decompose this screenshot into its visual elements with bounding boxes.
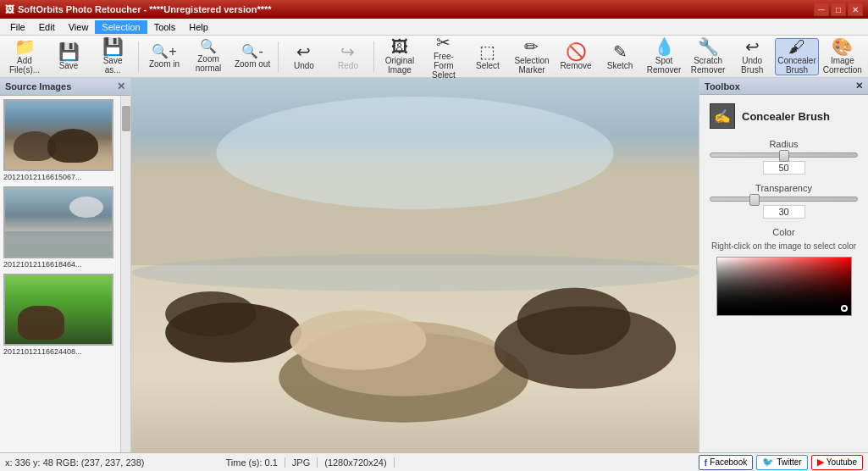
color-hint: Right-click on the image to select color <box>710 241 858 252</box>
undo-brush-button[interactable]: ↩ Undo Brush <box>731 38 773 75</box>
separator-2 <box>278 42 279 72</box>
menu-selection[interactable]: Selection <box>95 20 147 34</box>
facebook-button[interactable]: f Facebook <box>699 455 754 470</box>
save-as-icon: 💾 <box>102 38 124 55</box>
menu-bar: File Edit View Selection Tools Help <box>0 19 868 36</box>
facebook-label: Facebook <box>710 457 747 467</box>
zoom-out-icon: 🔍- <box>241 45 263 58</box>
add-files-label: Add File(s)... <box>6 56 43 75</box>
scrollbar-thumb[interactable] <box>122 106 130 131</box>
selection-marker-button[interactable]: ✏ Selection Marker <box>511 38 553 75</box>
remove-label: Remove <box>560 61 591 70</box>
source-panel-close[interactable]: ✕ <box>117 80 125 92</box>
svg-point-1 <box>217 97 614 209</box>
status-format-text: JPG <box>292 457 310 468</box>
source-filename-3: 20121012116624408... <box>3 347 127 356</box>
zoom-out-button[interactable]: 🔍- Zoom out <box>231 38 274 75</box>
radius-label: Radius <box>710 139 858 149</box>
redo-icon: ↪ <box>340 43 355 60</box>
scratch-remover-button[interactable]: 🔧 Scratch Remover <box>687 38 729 75</box>
save-icon: 💾 <box>58 43 80 60</box>
image-correction-button[interactable]: 🎨 Image Correction <box>821 38 865 75</box>
svg-point-7 <box>290 310 427 370</box>
toolbox-panel: Toolbox ✕ ✍ Concealer Brush Radius 50 Tr… <box>699 78 868 452</box>
sketch-icon: ✎ <box>613 43 628 60</box>
transparency-thumb[interactable] <box>749 194 760 206</box>
transparency-slider-container: Transparency 30 <box>710 183 858 219</box>
radius-value: 50 <box>763 161 805 175</box>
status-dimensions-text: (1280x720x24) <box>324 457 386 468</box>
spot-remover-icon: 💧 <box>654 38 675 55</box>
toolbox-close[interactable]: ✕ <box>855 80 863 91</box>
main-layout: Source Images ✕ 20121012116615067... <box>0 78 868 452</box>
menu-view[interactable]: View <box>62 20 96 34</box>
youtube-button[interactable]: ▶ Youtube <box>811 455 863 470</box>
minimize-button[interactable]: ─ <box>814 3 829 16</box>
source-item-1[interactable]: 20121012116615067... <box>3 99 127 181</box>
original-image-icon: 🖼 <box>391 38 408 55</box>
status-time: Time (s): 0.1 <box>218 457 285 468</box>
source-scrollbar[interactable] <box>120 96 130 452</box>
toolbox-tool-header: ✍ Concealer Brush <box>710 103 858 129</box>
source-item-2[interactable]: 20121012116618464... <box>3 186 127 269</box>
selection-marker-label: Selection Marker <box>513 56 550 75</box>
source-filename-1: 20121012116615067... <box>3 173 127 181</box>
undo-button[interactable]: ↩ Undo <box>283 38 325 75</box>
transparency-track[interactable] <box>710 197 858 202</box>
status-coords: x: 336 y: 48 RGB: (237, 237, 238) <box>5 457 144 468</box>
twitter-label: Twitter <box>777 457 801 467</box>
radius-thumb[interactable] <box>779 150 789 162</box>
status-format: JPG <box>285 457 318 468</box>
toolbox-title: Toolbox <box>705 81 740 91</box>
radius-track[interactable] <box>710 152 858 158</box>
zoom-normal-label: Zoom normal <box>190 54 227 73</box>
remove-button[interactable]: 🚫 Remove <box>555 38 597 75</box>
redo-button[interactable]: ↪ Redo <box>327 38 369 75</box>
sketch-button[interactable]: ✎ Sketch <box>599 38 641 75</box>
close-button[interactable]: ✕ <box>848 3 863 16</box>
add-files-button[interactable]: 📁 Add File(s)... <box>3 38 46 75</box>
zoom-out-label: Zoom out <box>235 59 270 69</box>
color-picker[interactable] <box>716 257 852 316</box>
source-list[interactable]: 20121012116615067... 20121012116618464..… <box>0 96 130 452</box>
source-filename-2: 20121012116618464... <box>3 260 127 269</box>
remove-icon: 🚫 <box>566 43 587 60</box>
original-image-button[interactable]: 🖼 Original Image <box>379 38 421 75</box>
menu-file[interactable]: File <box>3 20 32 34</box>
source-item-3[interactable]: 20121012116624408... <box>3 274 127 356</box>
status-bar: x: 336 y: 48 RGB: (237, 237, 238) Time (… <box>0 452 868 471</box>
source-panel-title: Source Images <box>5 81 71 91</box>
select-button[interactable]: ⬚ Select <box>467 38 509 75</box>
color-cursor <box>841 305 848 312</box>
twitter-icon: 🐦 <box>762 457 774 468</box>
concealer-brush-button[interactable]: 🖌 Concealer Brush <box>775 38 819 75</box>
spot-remover-button[interactable]: 💧 Spot Remover <box>643 38 685 75</box>
save-button[interactable]: 💾 Save <box>47 38 90 75</box>
menu-tools[interactable]: Tools <box>147 20 183 34</box>
twitter-button[interactable]: 🐦 Twitter <box>756 455 807 470</box>
status-dimensions: (1280x720x24) <box>318 457 394 468</box>
concealer-brush-icon: 🖌 <box>788 38 805 55</box>
select-label: Select <box>476 61 500 70</box>
free-form-select-icon: ✂ <box>436 34 451 51</box>
facebook-icon: f <box>705 457 708 468</box>
select-icon: ⬚ <box>479 43 495 60</box>
transparency-label: Transparency <box>710 183 858 193</box>
undo-brush-icon: ↩ <box>745 38 760 55</box>
status-time-text: Time (s): 0.1 <box>225 457 277 468</box>
zoom-normal-button[interactable]: 🔍 Zoom normal <box>187 38 229 75</box>
menu-help[interactable]: Help <box>182 20 215 34</box>
free-form-select-button[interactable]: ✂ Free-Form Select <box>423 38 465 75</box>
maximize-button[interactable]: □ <box>831 3 846 16</box>
app-title: SoftOrbits Photo Retoucher - ****Unregis… <box>18 4 272 14</box>
free-form-select-label: Free-Form Select <box>425 52 462 80</box>
zoom-in-button[interactable]: 🔍+ Zoom in <box>143 38 185 75</box>
color-section: Color Right-click on the image to select… <box>710 227 858 316</box>
canvas-area[interactable] <box>131 78 699 452</box>
save-as-label: Save as... <box>94 56 131 75</box>
save-label: Save <box>59 61 79 70</box>
save-as-button[interactable]: 💾 Save as... <box>91 38 134 75</box>
undo-icon: ↩ <box>296 43 311 60</box>
menu-edit[interactable]: Edit <box>32 20 62 34</box>
spot-remover-label: Spot Remover <box>645 56 683 75</box>
